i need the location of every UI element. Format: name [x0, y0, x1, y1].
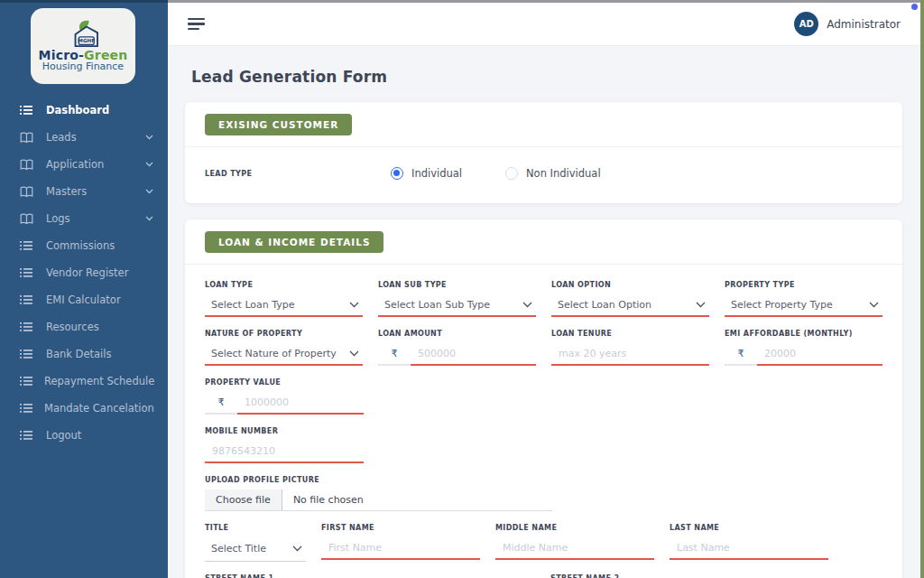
title-select[interactable]: Select Title	[205, 537, 306, 562]
radio-individual[interactable]: Individual	[391, 167, 462, 180]
main-area: AD Administrator Lead Generation Form EX…	[168, 0, 924, 578]
list-icon	[20, 349, 32, 359]
scrollbar-track[interactable]	[920, 0, 924, 578]
sidebar-item-logout[interactable]: Logout	[0, 422, 168, 449]
loan-income-details-button[interactable]: LOAN & INCOME DETAILS	[205, 231, 383, 253]
field-last-name: LAST NAME	[670, 524, 828, 562]
chevron-down-icon	[696, 302, 706, 308]
list-icon	[20, 105, 32, 116]
user-menu[interactable]: AD Administrator	[794, 12, 901, 36]
property-type-select[interactable]: Select Property Type	[725, 294, 882, 317]
brand-logo: MGHF Micro-Green Housing Finance	[31, 8, 135, 84]
loan-sub-type-select[interactable]: Select Loan Sub Type	[378, 294, 536, 317]
loan-tenure-input[interactable]	[551, 343, 709, 364]
field-loan-option: LOAN OPTION Select Loan Option	[551, 281, 709, 317]
chevron-down-icon	[145, 216, 153, 221]
page-content: Lead Generation Form EXISING CUSTOMER LE…	[168, 68, 924, 578]
field-mobile-number: MOBILE NUMBER	[205, 427, 364, 463]
field-street-name-1: STREET NAME 1	[205, 574, 535, 578]
chevron-down-icon	[869, 302, 879, 308]
loan-income-card: LOAN & INCOME DETAILS LOAN TYPE Select L…	[185, 219, 902, 578]
chevron-down-icon	[145, 189, 153, 194]
chevron-down-icon	[145, 135, 153, 140]
sidebar-item-commissions[interactable]: Commissions	[0, 232, 168, 259]
hamburger-menu-icon[interactable]	[188, 18, 205, 31]
sidebar-item-application[interactable]: Application	[0, 151, 168, 178]
list-icon	[20, 267, 32, 278]
book-icon	[20, 213, 33, 225]
field-upload-profile-picture: UPLOAD PROFILE PICTURE Choose file No fi…	[205, 476, 552, 511]
radio-non-individual[interactable]: Non Individual	[505, 167, 601, 180]
brand-badge-text: MGHF	[78, 38, 95, 43]
chevron-down-icon	[145, 162, 153, 167]
list-icon	[20, 322, 32, 332]
avatar[interactable]: AD	[794, 12, 818, 36]
sidebar-item-dashboard[interactable]: Dashboard	[0, 97, 168, 124]
radio-individual-control[interactable]	[391, 167, 403, 180]
sidebar-item-resources[interactable]: Resources	[0, 313, 168, 340]
rupee-icon: ₹	[378, 343, 411, 366]
rupee-icon: ₹	[725, 343, 757, 366]
book-icon	[20, 159, 33, 171]
sidebar-item-vendor-register[interactable]: Vendor Register	[0, 259, 168, 286]
brand-subtitle: Housing Finance	[42, 61, 124, 72]
lead-type-label: LEAD TYPE	[205, 170, 391, 178]
blue-dot	[911, 4, 918, 10]
field-first-name: FIRST NAME	[321, 524, 480, 562]
chevron-down-icon	[522, 302, 532, 308]
sidebar-item-bank-details[interactable]: Bank Details	[0, 340, 168, 368]
field-middle-name: MIDDLE NAME	[495, 524, 654, 562]
chevron-down-icon	[349, 302, 359, 308]
rupee-icon: ₹	[205, 392, 237, 415]
field-title: TITLE Select Title	[205, 524, 306, 562]
loan-type-select[interactable]: Select Loan Type	[205, 294, 363, 317]
list-icon	[20, 430, 32, 441]
last-name-input[interactable]	[670, 537, 828, 558]
loan-amount-input[interactable]	[411, 343, 536, 364]
book-icon	[20, 186, 33, 198]
topbar: AD Administrator	[168, 0, 924, 46]
house-leaf-icon: MGHF	[63, 20, 103, 49]
field-loan-tenure: LOAN TENURE	[551, 330, 709, 366]
sidebar-item-leads[interactable]: Leads	[0, 124, 168, 151]
field-property-value: PROPERTY VALUE ₹	[205, 378, 364, 415]
property-value-input[interactable]	[237, 392, 364, 413]
existing-customer-card: EXISING CUSTOMER LEAD TYPE Individual No…	[185, 102, 902, 203]
list-icon	[20, 240, 32, 251]
nature-of-property-select[interactable]: Select Nature of Property	[205, 343, 363, 366]
brand-name: Micro-Green	[39, 49, 128, 62]
emi-affordable-input[interactable]	[757, 343, 882, 364]
sidebar-item-mandate-cancelation[interactable]: Mandate Cancelation	[0, 395, 168, 422]
radio-non-individual-control[interactable]	[505, 167, 518, 180]
sidebar-item-emi-calculator[interactable]: EMI Calculator	[0, 286, 168, 313]
sidebar: MGHF Micro-Green Housing Finance Dashboa…	[0, 0, 168, 578]
chevron-down-icon	[292, 545, 302, 552]
user-name: Administrator	[827, 18, 901, 31]
existing-customer-button[interactable]: EXISING CUSTOMER	[205, 114, 352, 135]
sidebar-item-logs[interactable]: Logs	[0, 205, 168, 232]
list-icon	[20, 403, 32, 414]
loan-option-select[interactable]: Select Loan Option	[551, 294, 709, 317]
field-emi-affordable: EMI AFFORDABLE (MONTHLY) ₹	[725, 330, 882, 366]
page-title: Lead Generation Form	[191, 68, 902, 86]
field-loan-sub-type: LOAN SUB TYPE Select Loan Sub Type	[378, 281, 536, 317]
choose-file-button[interactable]: Choose file	[205, 489, 282, 510]
field-property-type: PROPERTY TYPE Select Property Type	[725, 281, 882, 317]
list-icon	[20, 376, 32, 387]
middle-name-input[interactable]	[495, 537, 654, 558]
field-loan-amount: LOAN AMOUNT ₹	[378, 330, 536, 366]
chevron-down-icon	[349, 350, 359, 357]
file-status: No file chosen	[282, 489, 364, 510]
book-icon	[20, 132, 33, 144]
sidebar-item-repayment-schedule[interactable]: Repayment Schedule	[0, 368, 168, 395]
field-nature-of-property: NATURE OF PROPERTY Select Nature of Prop…	[205, 330, 363, 366]
field-loan-type: LOAN TYPE Select Loan Type	[205, 281, 363, 317]
sidebar-nav: Dashboard Leads	[0, 97, 168, 449]
file-input[interactable]: Choose file No file chosen	[205, 489, 552, 511]
first-name-input[interactable]	[321, 537, 480, 558]
sidebar-item-masters[interactable]: Masters	[0, 178, 168, 205]
list-icon	[20, 294, 32, 305]
field-street-name-2: STREET NAME 2	[550, 574, 881, 578]
mobile-number-input[interactable]	[205, 441, 364, 461]
